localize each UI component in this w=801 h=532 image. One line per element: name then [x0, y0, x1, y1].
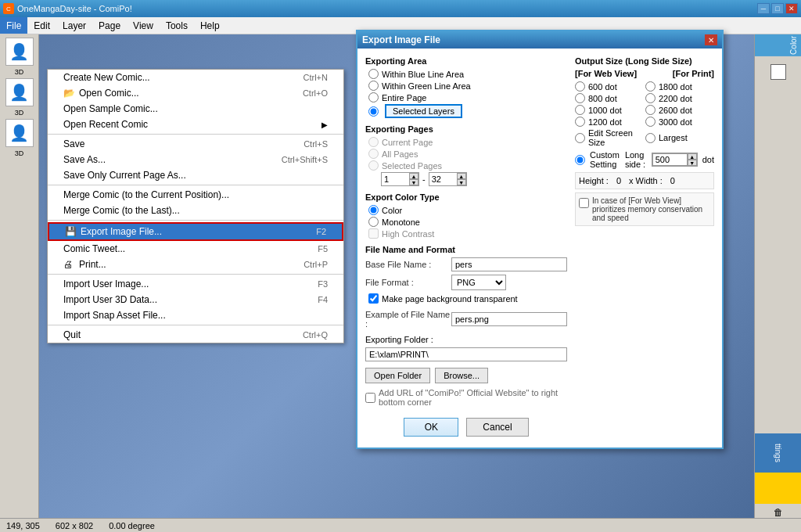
- radio-1200-input[interactable]: [575, 117, 585, 127]
- menu-merge-current[interactable]: Merge Comic (to the Current Position)...: [48, 187, 343, 203]
- radio-2200-input[interactable]: [645, 93, 656, 103]
- radio-monotone-label[interactable]: Monotone: [382, 217, 420, 227]
- radio-selected-pages-label[interactable]: Selected Pages: [382, 161, 442, 171]
- url-note-checkbox[interactable]: [365, 393, 375, 403]
- radio-edit-screen-input[interactable]: [575, 133, 585, 143]
- long-side-input[interactable]: [652, 153, 688, 166]
- menu-layer[interactable]: Layer: [56, 17, 92, 34]
- radio-800-input[interactable]: [575, 93, 585, 103]
- radio-3000-label[interactable]: 3000 dot: [659, 117, 692, 127]
- radio-selected-layers-input[interactable]: [368, 106, 379, 117]
- radio-1200-label[interactable]: 1200 dot: [588, 117, 622, 127]
- radio-green-line-label[interactable]: Within Green Line Area: [382, 81, 471, 91]
- open-folder-button[interactable]: Open Folder: [365, 368, 430, 383]
- menu-open-comic[interactable]: 📂Open Comic... Ctrl+O: [48, 85, 343, 101]
- menu-create-new[interactable]: Create New Comic... Ctrl+N: [48, 70, 343, 85]
- radio-600-label[interactable]: 600 dot: [588, 82, 617, 92]
- menu-comic-tweet[interactable]: Comic Tweet... F5: [48, 241, 343, 257]
- page-from-down[interactable]: ▼: [409, 179, 418, 185]
- radio-current-page-label[interactable]: Current Page: [382, 138, 433, 147]
- menu-open-sample[interactable]: Open Sample Comic...: [48, 101, 343, 117]
- radio-largest-input[interactable]: [645, 133, 656, 143]
- browse-button[interactable]: Browse...: [435, 368, 488, 383]
- page-from-input[interactable]: [382, 174, 409, 185]
- ok-button[interactable]: OK: [404, 418, 458, 437]
- asset-icon-1[interactable]: 👤: [5, 38, 34, 66]
- radio-all-pages-label[interactable]: All Pages: [382, 149, 418, 159]
- radio-selected-pages-input[interactable]: [368, 160, 379, 171]
- radio-3000-input[interactable]: [645, 117, 656, 127]
- radio-1800-label[interactable]: 1800 dot: [659, 82, 692, 92]
- mem-conservation-checkbox[interactable]: [579, 198, 589, 208]
- menu-export-image[interactable]: 💾Export Image File... F2: [48, 222, 343, 241]
- radio-color-label[interactable]: Color: [382, 206, 402, 215]
- folder-path-input[interactable]: [365, 347, 567, 361]
- transparent-bg-label[interactable]: Make page background transparent: [382, 294, 518, 304]
- radio-entire-page-input[interactable]: [368, 92, 379, 102]
- page-from-spinner[interactable]: ▲ ▼: [381, 172, 419, 186]
- radio-blue-line-input[interactable]: [368, 69, 379, 79]
- radio-current-page-input[interactable]: [368, 137, 379, 147]
- radio-2200-label[interactable]: 2200 dot: [659, 94, 692, 103]
- cancel-button[interactable]: Cancel: [466, 418, 528, 437]
- url-note-label[interactable]: Add URL of "ComiPo!" Official Website" t…: [379, 388, 567, 407]
- long-side-spinner[interactable]: ▲ ▼: [652, 153, 698, 167]
- menu-save[interactable]: Save Ctrl+S: [48, 136, 343, 152]
- menu-save-as[interactable]: Save As... Ctrl+Shift+S: [48, 152, 343, 167]
- long-side-up[interactable]: ▲: [688, 153, 697, 160]
- asset-icon-2[interactable]: 👤: [5, 78, 34, 106]
- file-format-select[interactable]: PNG JPG BMP TIFF: [451, 275, 506, 290]
- menu-tools[interactable]: Tools: [160, 17, 194, 34]
- page-to-spinner[interactable]: ▲ ▼: [429, 172, 467, 186]
- dialog-close-button[interactable]: ✕: [705, 34, 717, 45]
- color-panel-label: Color: [755, 34, 801, 56]
- page-to-up[interactable]: ▲: [457, 173, 466, 179]
- radio-color-input[interactable]: [368, 205, 379, 215]
- radio-edit-screen-label[interactable]: Edit Screen Size: [588, 128, 644, 147]
- maximize-button[interactable]: □: [771, 3, 784, 14]
- mem-conservation-label[interactable]: In case of [For Web View] prioritizes me…: [592, 196, 710, 222]
- menu-file[interactable]: File: [0, 17, 27, 34]
- menu-help[interactable]: Help: [194, 17, 226, 34]
- radio-green-line-input[interactable]: [368, 81, 379, 91]
- radio-custom-input[interactable]: [575, 155, 585, 165]
- menu-page[interactable]: Page: [92, 17, 127, 34]
- radio-custom-label[interactable]: Custom Setting: [590, 150, 620, 169]
- menu-edit[interactable]: Edit: [27, 17, 56, 34]
- radio-1000-label[interactable]: 1000 dot: [588, 106, 622, 115]
- radio-1000-input[interactable]: [575, 105, 585, 115]
- page-to-down[interactable]: ▼: [457, 179, 466, 185]
- long-side-down[interactable]: ▼: [688, 160, 697, 166]
- radio-largest-label[interactable]: Largest: [659, 133, 688, 142]
- menu-import-snap[interactable]: Import Snap Asset File...: [48, 307, 343, 323]
- radio-all-pages-input[interactable]: [368, 149, 379, 159]
- menu-import-3d[interactable]: Import User 3D Data... F4: [48, 292, 343, 307]
- settings-tab[interactable]: ttings: [755, 433, 801, 473]
- menu-view[interactable]: View: [127, 17, 160, 34]
- menu-merge-last[interactable]: Merge Comic (to the Last)...: [48, 203, 343, 218]
- selected-layers-label[interactable]: Selected Layers: [385, 104, 462, 118]
- radio-2600-label[interactable]: 2600 dot: [659, 106, 692, 115]
- radio-blue-line-label[interactable]: Within Blue Line Area: [382, 70, 464, 79]
- minimize-button[interactable]: ─: [757, 3, 770, 14]
- menu-save-current[interactable]: Save Only Current Page As...: [48, 167, 343, 183]
- radio-800-label[interactable]: 800 dot: [588, 94, 617, 103]
- menu-open-recent[interactable]: Open Recent Comic ▶: [48, 117, 343, 132]
- page-to-input[interactable]: [429, 174, 457, 185]
- color-swatch-white[interactable]: [770, 64, 786, 80]
- radio-600-input[interactable]: [575, 81, 585, 92]
- radio-monotone-input[interactable]: [368, 217, 379, 227]
- base-file-name-input[interactable]: [451, 257, 567, 271]
- asset-icon-3[interactable]: 👤: [5, 119, 34, 147]
- close-button[interactable]: ✕: [785, 3, 798, 14]
- menu-import-user-image[interactable]: Import User Image... F3: [48, 276, 343, 292]
- radio-entire-page-label[interactable]: Entire Page: [382, 93, 426, 102]
- radio-2600-input[interactable]: [645, 105, 656, 115]
- high-contrast-label[interactable]: High Contrast: [382, 229, 434, 239]
- transparent-bg-checkbox[interactable]: [368, 293, 379, 304]
- menu-quit[interactable]: Quit Ctrl+Q: [48, 327, 343, 343]
- menu-print[interactable]: 🖨Print... Ctrl+P: [48, 257, 343, 272]
- high-contrast-checkbox[interactable]: [368, 228, 379, 239]
- page-from-up[interactable]: ▲: [409, 173, 418, 179]
- radio-1800-input[interactable]: [645, 81, 656, 92]
